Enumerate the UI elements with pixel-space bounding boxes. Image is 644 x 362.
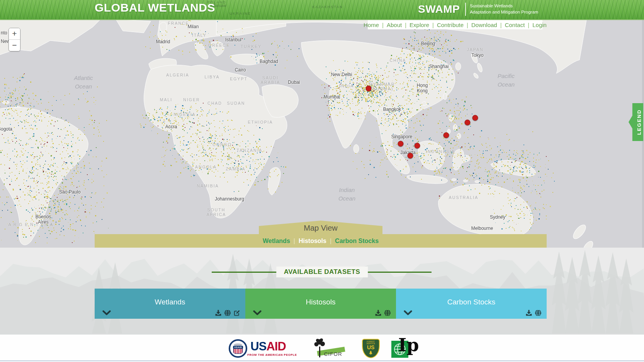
usaid-wordmark: USAID (250, 340, 297, 352)
site-header: POLANDWarsawUKRAINEKAZAKHSTAN GLOBAL WET… (0, 0, 644, 20)
layer-link-carbon-stocks[interactable]: Carbon Stocks (335, 238, 379, 244)
chevron-down-icon[interactable] (102, 310, 111, 316)
nav-item-download[interactable]: Download (471, 22, 497, 28)
globe-icon[interactable] (384, 309, 391, 317)
map-label-city: Istanbul (225, 37, 241, 42)
site-marker[interactable] (366, 86, 372, 92)
site-marker[interactable] (443, 133, 449, 138)
map-label-city: Sao Paulo (59, 189, 80, 195)
brand-divider (465, 3, 466, 16)
cifor-logo[interactable]: CIFOR (309, 338, 350, 359)
map-label-ocean: Atlantic Ocean (74, 74, 93, 91)
map-label-country: ANGOLA (195, 165, 217, 169)
us-forest-service-logo[interactable]: FOREST SERVICE US (362, 339, 380, 358)
dataset-card-icons (214, 309, 241, 317)
zoom-out-button[interactable]: − (9, 40, 20, 51)
chevron-down-icon[interactable] (404, 310, 412, 316)
nav-item-contact[interactable]: Contact (505, 22, 525, 28)
page: MadridMilanIstanbulBaghdadCairoDubaiNew … (0, 0, 644, 362)
map-label-city: Melbourne (471, 226, 493, 231)
dataset-card-carbon-stocks[interactable]: Carbon Stocks (396, 289, 547, 319)
dataset-card-toolbar (396, 308, 547, 317)
map-label-city: Milan (188, 24, 199, 29)
site-title: GLOBAL WETLANDS (95, 1, 215, 14)
download-icon[interactable] (374, 309, 382, 317)
map-label-city: Cairo (235, 67, 246, 73)
dataset-card-toolbar (245, 308, 396, 317)
map-label-country: AUSTRALIA (449, 195, 478, 200)
map-label-country: EGYPT (230, 76, 248, 81)
map-label-country: A R G E N T I N A (8, 222, 53, 227)
footer-rule (0, 360, 644, 361)
download-icon[interactable] (214, 309, 222, 317)
nav-separator: | (467, 22, 468, 28)
brand-subtitle: Sustainable Wetlands Adaptation and Miti… (470, 3, 538, 15)
chevron-down-icon[interactable] (253, 310, 262, 316)
globe-icon[interactable] (224, 309, 231, 317)
map-label-country: GREECE (208, 43, 230, 48)
usaid-seal-icon: USAID (229, 339, 247, 358)
map-label-country: CHINA (390, 58, 406, 63)
map-label-country: ZAMBIA (226, 167, 245, 171)
ip-logo[interactable]: Ip (391, 338, 415, 359)
map-label-country: ETHIOPIA (248, 120, 273, 124)
map-label-country: CHAD (207, 101, 222, 105)
edit-icon[interactable] (233, 309, 241, 317)
layer-link-histosols[interactable]: Histosols (299, 238, 326, 244)
map-label-country: ITALY (192, 33, 207, 37)
site-marker[interactable] (408, 153, 413, 159)
layer-bar: Wetlands|Histosols|Carbon Stocks (95, 234, 547, 248)
map-labels: MadridMilanIstanbulBaghdadCairoDubaiNew … (0, 0, 644, 248)
layer-separator: | (294, 238, 295, 244)
nav-separator: | (528, 22, 529, 28)
layer-links: Wetlands|Histosols|Carbon Stocks (263, 238, 379, 245)
map-label-country: SUDAN (227, 101, 245, 105)
dataset-card-wetlands[interactable]: Wetlands (95, 289, 245, 319)
nav-separator: | (500, 22, 502, 28)
map-label-city: Hong Kong (417, 83, 428, 93)
usaid-tagline: FROM THE AMERICAN PEOPLE (247, 353, 297, 357)
nav-item-contribute[interactable]: Contribute (437, 22, 464, 28)
globe-icon[interactable] (534, 309, 542, 317)
map-label-city: Shanghai (429, 64, 449, 69)
map-label-country: INDIA (339, 83, 354, 88)
map-label-city: Bogota (0, 126, 12, 132)
map-label-ocean: Indian Ocean (338, 186, 355, 203)
nav-item-about[interactable]: About (387, 22, 402, 28)
layer-link-wetlands[interactable]: Wetlands (263, 238, 290, 244)
dataset-card-icons (525, 309, 542, 317)
map-label-city: Bangkok (383, 107, 401, 112)
nav-item-home[interactable]: Home (364, 22, 379, 28)
map-label-city: Beijing (421, 41, 435, 46)
layer-separator: | (330, 238, 331, 244)
map-label-city: Madrid (156, 39, 170, 44)
usfs-us-text: US (363, 345, 379, 350)
dataset-card-histosols[interactable]: Histosols (245, 289, 396, 319)
nav-item-explore[interactable]: Explore (410, 22, 429, 28)
map-label-city: Buenos Aires (36, 214, 51, 225)
map-label-country: INDONESIA (426, 149, 455, 154)
nav-item-login[interactable]: Login (532, 22, 547, 28)
world-map[interactable]: MadridMilanIstanbulBaghdadCairoDubaiNew … (0, 0, 644, 248)
site-marker[interactable] (472, 115, 478, 121)
site-marker[interactable] (465, 120, 471, 126)
map-label-city: New Delhi (331, 72, 352, 77)
map-label-country: ALGERIA (166, 73, 189, 77)
map-label-country: JAPAN (467, 47, 483, 52)
map-view-title: Map View (304, 224, 337, 233)
zoom-in-button[interactable]: + (9, 28, 20, 40)
map-label-country: SOUTH AFRICA (207, 207, 226, 217)
usaid-logo[interactable]: USAID USAID FROM THE AMERICAN PEOPLE (229, 339, 297, 358)
map-label-country: MALI (160, 97, 173, 102)
map-label-country: NIGER (183, 97, 200, 102)
site-marker[interactable] (415, 143, 420, 149)
usaid-stripes-icon (233, 348, 243, 354)
site-marker[interactable] (398, 141, 404, 147)
datasets-heading: AVAILABLE DATASETS (276, 267, 368, 277)
map-label-city: Sydney (490, 214, 505, 220)
cifor-wordmark: CIFOR (324, 351, 342, 357)
map-label-country: TANZANIA (236, 148, 262, 153)
map-label-city: Dubai (288, 80, 300, 85)
download-icon[interactable] (525, 309, 533, 317)
usaid-aid: AID (266, 340, 285, 353)
